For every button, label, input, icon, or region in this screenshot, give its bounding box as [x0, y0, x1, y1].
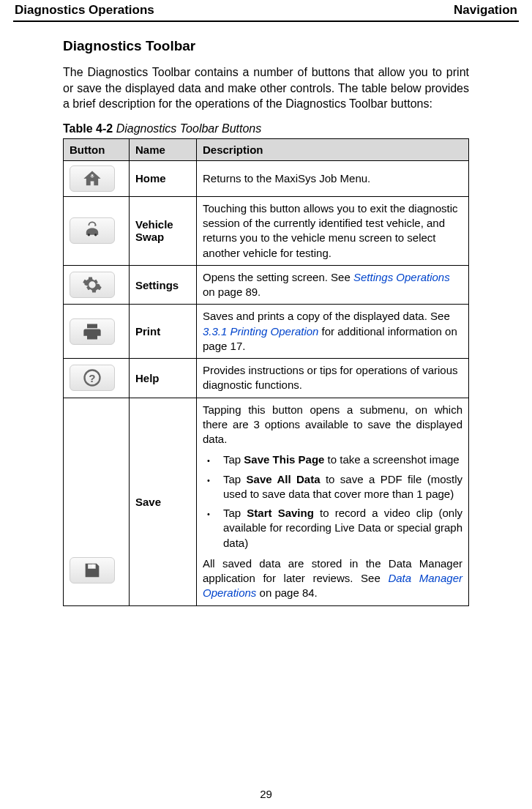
bullet1-before: Tap	[223, 453, 244, 466]
desc-cell-home: Returns to the MaxiSys Job Menu.	[197, 160, 469, 196]
button-cell-home: M	[64, 160, 130, 196]
header-right: Navigation	[454, 3, 517, 18]
button-cell-save	[64, 398, 130, 605]
toolbar-table: Button Name Description M Home Returns t…	[63, 138, 469, 606]
name-cell-help: Help	[130, 359, 197, 398]
button-cell-settings	[64, 265, 130, 305]
table-header-row: Button Name Description	[64, 138, 469, 160]
content-area: Diagnostics Toolbar The Diagnostics Tool…	[13, 38, 519, 606]
desc-cell-settings: Opens the setting screen. See Settings O…	[197, 265, 469, 305]
list-item: Tap Save All Data to save a PDF file (mo…	[220, 472, 462, 502]
intro-paragraph: The Diagnostics Toolbar contains a numbe…	[63, 64, 469, 112]
bullet3-before: Tap	[223, 507, 247, 519]
button-cell-vehicle-swap	[64, 196, 130, 265]
print-icon	[70, 318, 115, 345]
settings-icon	[70, 272, 115, 298]
page-number: 29	[0, 788, 532, 800]
name-cell-home: Home	[130, 160, 197, 196]
help-icon: ?	[70, 365, 115, 391]
table-row: M Home Returns to the MaxiSys Job Menu.	[64, 160, 469, 196]
desc-cell-help: Provides instructions or tips for operat…	[197, 359, 469, 398]
button-cell-help: ?	[64, 359, 130, 398]
svg-rect-6	[92, 564, 94, 567]
section-heading: Diagnostics Toolbar	[63, 38, 469, 54]
list-item: Tap Start Saving to record a video clip …	[220, 506, 462, 551]
table-caption-text: Diagnostics Toolbar Buttons	[116, 122, 262, 135]
header-left: Diagnostics Operations	[15, 3, 154, 18]
bullet1-bold: Save This Page	[244, 453, 324, 466]
save-options-list: Tap Save This Page to take a screenshot …	[203, 452, 462, 551]
page: Diagnostics Operations Navigation Diagno…	[0, 0, 532, 809]
page-header: Diagnostics Operations Navigation	[13, 3, 519, 19]
desc-cell-print: Saves and prints a copy of the displayed…	[197, 305, 469, 359]
svg-text:?: ?	[89, 372, 95, 384]
table-row: Save Tapping this button opens a submenu…	[64, 398, 469, 605]
svg-text:M: M	[91, 174, 94, 179]
th-button: Button	[64, 138, 130, 160]
button-cell-print	[64, 305, 130, 359]
th-name: Name	[130, 138, 197, 160]
svg-point-3	[94, 234, 97, 236]
print-desc-before: Saves and prints a copy of the displayed…	[203, 310, 450, 322]
bullet2-bold: Save All Data	[247, 473, 321, 485]
name-cell-vehicle-swap: Vehicle Swap	[130, 196, 197, 265]
bullet1-after: to take a screenshot image	[324, 453, 459, 466]
settings-desc-after: on page 89.	[203, 286, 261, 298]
table-row: Print Saves and prints a copy of the dis…	[64, 305, 469, 359]
settings-link[interactable]: Settings Operations	[353, 271, 450, 283]
table-row: Settings Opens the setting screen. See S…	[64, 265, 469, 305]
save-outro-after: on page 84.	[256, 586, 317, 599]
bullet2-before: Tap	[223, 473, 247, 485]
save-outro: All saved data are stored in the Data Ma…	[203, 556, 462, 601]
table-row: Vehicle Swap Touching this button allows…	[64, 196, 469, 265]
name-cell-settings: Settings	[130, 265, 197, 305]
th-description: Description	[197, 138, 469, 160]
desc-cell-vehicle-swap: Touching this button allows you to exit …	[197, 196, 469, 265]
vehicle-swap-icon	[70, 217, 115, 244]
desc-cell-save: Tapping this button opens a submenu, on …	[197, 398, 469, 605]
list-item: Tap Save This Page to take a screenshot …	[220, 452, 462, 467]
table-caption: Table 4-2 Diagnostics Toolbar Buttons	[63, 122, 469, 135]
save-intro: Tapping this button opens a submenu, on …	[203, 403, 462, 447]
bullet3-bold: Start Saving	[247, 507, 314, 519]
svg-point-2	[88, 234, 91, 236]
home-icon: M	[70, 165, 115, 192]
table-row: ? Help Provides instructions or tips for…	[64, 359, 469, 398]
header-rule	[13, 20, 519, 22]
name-cell-print: Print	[130, 305, 197, 359]
name-cell-save: Save	[130, 398, 197, 605]
table-caption-label: Table 4-2	[63, 122, 113, 135]
save-icon	[70, 557, 115, 584]
print-link[interactable]: 3.3.1 Printing Operation	[203, 325, 318, 338]
settings-desc-before: Opens the setting screen. See	[203, 271, 353, 283]
